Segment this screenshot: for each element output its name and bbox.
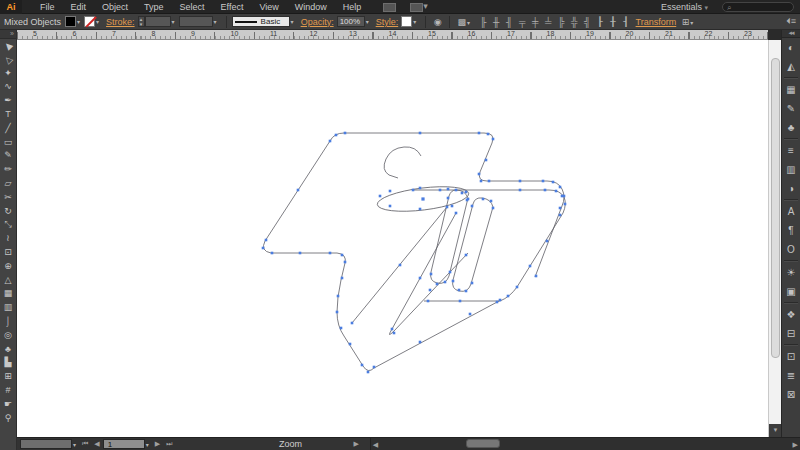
- distribute-middle-icon[interactable]: ╂: [607, 17, 620, 27]
- anchor-point[interactable]: [262, 247, 265, 250]
- perspective-grid-tool[interactable]: △: [0, 274, 16, 288]
- transform-panel-icon[interactable]: ⊞▾: [682, 17, 698, 27]
- brushes-panel-button[interactable]: ✎: [782, 99, 800, 118]
- anchor-point[interactable]: [465, 191, 468, 194]
- horizontal-scrollbar-thumb[interactable]: [466, 439, 500, 448]
- eraser-tool[interactable]: ▱: [0, 177, 16, 191]
- anchor-point[interactable]: [465, 254, 468, 257]
- anchor-point[interactable]: [535, 275, 538, 278]
- menu-item-effect[interactable]: Effect: [213, 0, 252, 14]
- rectangle-tool[interactable]: ▭: [0, 136, 16, 150]
- last-artboard-icon[interactable]: ⏭: [166, 440, 172, 448]
- stroke-weight-dropdown-icon[interactable]: ▾: [172, 18, 175, 25]
- anchor-point[interactable]: [393, 332, 396, 335]
- anchor-point[interactable]: [561, 195, 564, 198]
- anchor-point[interactable]: [389, 190, 392, 193]
- vertical-scrollbar-thumb[interactable]: [771, 58, 780, 358]
- anchor-point[interactable]: [482, 198, 485, 201]
- anchor-point[interactable]: [349, 343, 352, 346]
- paintbrush-tool[interactable]: ✎: [0, 149, 16, 163]
- anchor-point[interactable]: [519, 180, 522, 183]
- stroke-weight-field[interactable]: [145, 16, 171, 27]
- control-panel-menu-icon[interactable]: ⏴≡: [786, 16, 796, 27]
- stroke-style-field[interactable]: Basic: [232, 16, 290, 27]
- graphic-style-swatch[interactable]: [401, 16, 412, 27]
- scroll-right-icon[interactable]: ▶: [793, 438, 798, 450]
- opacity-field[interactable]: 100%: [337, 16, 365, 27]
- gradient-panel-button[interactable]: ▥: [782, 160, 800, 179]
- direct-selection-tool[interactable]: ▷: [0, 53, 16, 67]
- anchor-point[interactable]: [449, 271, 452, 274]
- paragraph-panel-button[interactable]: ¶: [782, 221, 800, 240]
- anchor-point[interactable]: [542, 180, 545, 183]
- anchor-point[interactable]: [499, 299, 502, 302]
- vertical-align-center-icon[interactable]: ╪: [529, 17, 542, 27]
- stroke-color-swatch[interactable]: [84, 16, 95, 27]
- anchor-point[interactable]: [485, 159, 488, 162]
- anchor-point[interactable]: [559, 186, 562, 189]
- slice-tool[interactable]: #: [0, 384, 16, 398]
- anchor-point[interactable]: [507, 295, 510, 298]
- scroll-left-icon[interactable]: ◀: [373, 438, 378, 450]
- vertical-align-bottom-icon[interactable]: ╧: [542, 17, 555, 27]
- anchor-point[interactable]: [329, 252, 332, 255]
- type-tool[interactable]: T: [0, 108, 16, 122]
- menu-item-view[interactable]: View: [251, 0, 286, 14]
- zoom-level-field[interactable]: [20, 439, 72, 449]
- vertical-align-top-icon[interactable]: ╤: [516, 17, 529, 27]
- horizontal-align-right-icon[interactable]: ╢: [503, 17, 516, 27]
- distribute-left-icon[interactable]: ┠: [594, 17, 607, 27]
- anchor-point[interactable]: [467, 198, 470, 201]
- opacity-dropdown-icon[interactable]: ▾: [366, 18, 369, 25]
- anchor-point[interactable]: [341, 254, 344, 257]
- anchor-point[interactable]: [496, 301, 499, 304]
- mesh-tool[interactable]: ▦: [0, 287, 16, 301]
- anchor-point[interactable]: [552, 181, 555, 184]
- anchor-point[interactable]: [337, 295, 340, 298]
- anchor-point[interactable]: [444, 281, 447, 284]
- anchor-point[interactable]: [391, 328, 394, 331]
- next-artboard-icon[interactable]: ▶: [155, 440, 160, 448]
- anchor-point[interactable]: [419, 187, 422, 190]
- layers-panel-button[interactable]: ❖: [782, 305, 800, 324]
- artboard-number-field[interactable]: 1: [103, 439, 145, 449]
- rotate-tool[interactable]: ↻: [0, 205, 16, 219]
- artwork-path[interactable]: [263, 141, 499, 371]
- appearance-panel-button[interactable]: ☀: [782, 263, 800, 282]
- menu-item-type[interactable]: Type: [136, 0, 172, 14]
- anchor-point[interactable]: [529, 265, 532, 268]
- horizontal-align-center-icon[interactable]: ╫: [490, 17, 503, 27]
- anchor-point[interactable]: [544, 189, 547, 192]
- artwork-path[interactable]: [431, 190, 468, 283]
- anchor-point[interactable]: [419, 341, 422, 344]
- stroke-dropdown-icon[interactable]: ▾: [96, 18, 99, 25]
- anchor-point[interactable]: [564, 203, 567, 206]
- distribute-bottom-icon[interactable]: ╣: [581, 17, 594, 27]
- first-artboard-icon[interactable]: ⏮: [82, 440, 88, 448]
- recolor-artwork-icon[interactable]: ◉: [434, 17, 442, 27]
- horizontal-align-left-icon[interactable]: ╟: [477, 17, 490, 27]
- pencil-tool[interactable]: ✏: [0, 163, 16, 177]
- anchor-point[interactable]: [452, 280, 455, 283]
- lasso-tool[interactable]: ∿: [0, 80, 16, 94]
- menu-item-file[interactable]: File: [32, 0, 63, 14]
- previous-artboard-icon[interactable]: ◀: [94, 440, 99, 448]
- transform-link[interactable]: Transform: [636, 17, 677, 27]
- anchor-point[interactable]: [446, 206, 449, 209]
- anchor-point[interactable]: [399, 264, 402, 267]
- style-link[interactable]: Style:: [376, 17, 399, 27]
- anchor-point[interactable]: [447, 197, 450, 200]
- anchor-point[interactable]: [344, 132, 347, 135]
- anchor-point[interactable]: [471, 205, 474, 208]
- anchor-point[interactable]: [516, 286, 519, 289]
- artwork-path[interactable]: [453, 198, 493, 291]
- column-graph-tool[interactable]: ▙: [0, 356, 16, 370]
- anchor-point[interactable]: [419, 132, 422, 135]
- pen-tool[interactable]: ✒: [0, 94, 16, 108]
- anchor-point[interactable]: [361, 364, 364, 367]
- anchor-point[interactable]: [265, 239, 268, 242]
- graphic-styles-panel-button[interactable]: ▣: [782, 282, 800, 301]
- anchor-point[interactable]: [299, 252, 302, 255]
- anchor-point[interactable]: [519, 189, 522, 192]
- anchor-point[interactable]: [455, 212, 458, 215]
